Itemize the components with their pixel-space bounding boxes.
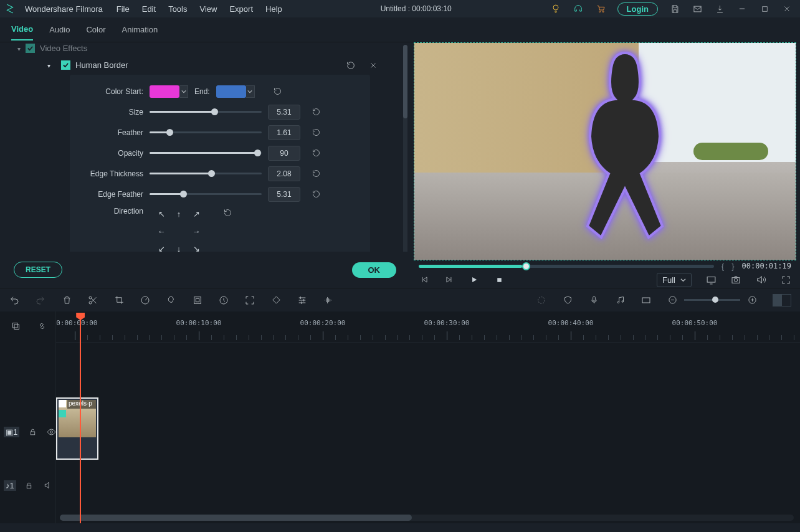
reset-button[interactable]: RESET [14, 262, 62, 278]
reset-size-icon[interactable] [307, 107, 325, 116]
timeline-h-scrollbar[interactable] [60, 515, 794, 521]
stop-icon[interactable] [493, 274, 505, 285]
tab-audio[interactable]: Audio [49, 19, 70, 40]
video-clip[interactable]: pexels-p [56, 397, 98, 460]
time-icon[interactable] [218, 295, 229, 306]
window-close-icon[interactable] [781, 3, 793, 14]
menu-view[interactable]: View [199, 4, 217, 14]
crop-icon[interactable] [113, 295, 125, 306]
volume-icon[interactable] [755, 274, 766, 285]
tab-video[interactable]: Video [11, 19, 33, 40]
human-border-checkbox[interactable] [61, 60, 70, 70]
dir-se-icon[interactable]: ↘ [189, 242, 203, 252]
panel-scrollbar[interactable] [403, 45, 407, 252]
lock-track-icon[interactable] [24, 480, 35, 491]
zoom-in-icon[interactable] [746, 295, 758, 306]
dir-n-icon[interactable]: ↑ [172, 207, 186, 221]
menu-help[interactable]: Help [265, 4, 282, 14]
edge-thickness-slider[interactable] [150, 168, 262, 180]
reset-edge-thickness-icon[interactable] [307, 169, 325, 178]
size-slider[interactable] [150, 106, 262, 118]
split-icon[interactable] [87, 295, 98, 306]
dir-w-icon[interactable]: ← [155, 224, 168, 238]
shield-icon[interactable] [562, 295, 573, 306]
undo-icon[interactable] [9, 295, 20, 306]
aspect-icon[interactable] [640, 295, 652, 306]
marker-icon[interactable] [536, 295, 547, 306]
prev-frame-icon[interactable] [419, 274, 430, 285]
edge-thickness-value[interactable]: 2.08 [268, 166, 300, 181]
playhead[interactable] [80, 314, 81, 523]
zoom-slider[interactable] [684, 299, 740, 301]
headphones-icon[interactable] [573, 3, 584, 14]
menu-export[interactable]: Export [229, 4, 253, 14]
opacity-value[interactable]: 90 [268, 146, 300, 161]
idea-icon[interactable] [550, 3, 561, 14]
menu-edit[interactable]: Edit [142, 4, 156, 14]
green-screen-icon[interactable] [192, 295, 203, 306]
detect-icon[interactable] [244, 295, 255, 306]
dir-s-icon[interactable]: ↓ [172, 242, 186, 252]
size-value[interactable]: 5.31 [268, 105, 300, 120]
menu-tools[interactable]: Tools [168, 4, 187, 14]
cart-icon[interactable] [595, 3, 606, 14]
preview-quality-dropdown[interactable]: Full [657, 273, 692, 287]
feather-value[interactable]: 1.61 [268, 125, 300, 140]
reset-opacity-icon[interactable] [307, 148, 325, 158]
window-minimize-icon[interactable] [736, 3, 748, 14]
tab-color[interactable]: Color [86, 19, 105, 40]
reset-direction-icon[interactable] [218, 208, 237, 217]
color-end-dropdown[interactable] [246, 85, 255, 98]
timeline-ruler[interactable]: 00:00:00:0000:00:10:0000:00:20:0000:00:3… [56, 311, 800, 343]
edge-feather-value[interactable]: 5.31 [268, 187, 300, 202]
adjust-icon[interactable] [297, 295, 308, 306]
mic-icon[interactable] [588, 295, 599, 306]
audio-spectrum-icon[interactable] [323, 295, 334, 306]
redo-icon[interactable] [35, 295, 46, 306]
ok-button[interactable]: OK [352, 262, 397, 278]
next-frame-icon[interactable] [444, 274, 455, 285]
color-start-dropdown[interactable] [179, 85, 188, 98]
delete-icon[interactable] [61, 295, 72, 306]
color-end-swatch[interactable] [216, 85, 246, 98]
mark-out-icon[interactable]: } [731, 262, 734, 271]
download-icon[interactable] [714, 3, 725, 14]
close-section-icon[interactable] [368, 60, 379, 71]
color-picker-icon[interactable] [166, 295, 177, 306]
section-human-border[interactable]: Human Border [12, 57, 398, 75]
save-icon[interactable] [669, 3, 680, 14]
window-maximize-icon[interactable] [759, 3, 770, 14]
preview-canvas[interactable] [414, 42, 796, 260]
video-track[interactable]: pexels-p [56, 392, 800, 455]
audio-track[interactable] [56, 455, 800, 485]
reset-section-icon[interactable] [345, 60, 356, 71]
dir-ne-icon[interactable]: ↗ [189, 207, 203, 221]
reset-colors-icon[interactable] [269, 87, 287, 96]
mark-in-icon[interactable]: { [721, 262, 724, 271]
zoom-out-icon[interactable] [667, 295, 678, 306]
timeline-layout-toggle[interactable] [773, 294, 791, 306]
edge-feather-slider[interactable] [150, 188, 262, 201]
visibility-icon[interactable] [45, 426, 57, 437]
reset-feather-icon[interactable] [307, 128, 325, 137]
section-video-effects[interactable]: Video Effects [12, 42, 398, 57]
snapshot-icon[interactable] [730, 274, 741, 285]
mute-track-icon[interactable] [42, 480, 54, 491]
keyframe-icon[interactable] [270, 295, 282, 306]
music-icon[interactable] [614, 295, 626, 306]
playback-progress[interactable] [419, 265, 714, 268]
fullscreen-icon[interactable] [780, 274, 791, 285]
opacity-slider[interactable] [150, 147, 262, 159]
login-button[interactable]: Login [617, 2, 658, 16]
display-icon[interactable] [705, 274, 717, 285]
lock-track-icon[interactable] [27, 426, 38, 437]
mail-icon[interactable] [692, 3, 703, 14]
dir-e-icon[interactable]: → [189, 224, 203, 238]
video-effects-checkbox[interactable] [26, 44, 35, 53]
link-icon[interactable] [36, 320, 47, 331]
feather-slider[interactable] [150, 126, 262, 139]
dir-nw-icon[interactable]: ↖ [155, 207, 168, 221]
tab-animation[interactable]: Animation [122, 19, 158, 40]
speed-icon[interactable] [140, 295, 151, 306]
color-start-swatch[interactable] [150, 85, 179, 98]
